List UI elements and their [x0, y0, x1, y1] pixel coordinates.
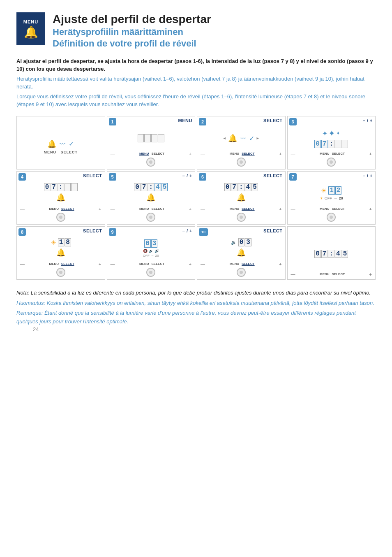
step-7-bar: — MENU SELECT + — [290, 207, 373, 211]
step-2-number: 2 — [199, 118, 206, 125]
step-8-content: ☀ 1 8 🔔 — [19, 237, 102, 260]
knob-4 — [56, 213, 65, 222]
step-2-action: SELECT — [263, 118, 282, 123]
step-10: 10 SELECT 🔉 0 3 🔔 — MENU SELECT + — [197, 226, 286, 280]
step-7-action: – / + — [363, 173, 373, 178]
note-fr: Remarque: Étant donné que la sensibilité… — [16, 309, 376, 326]
step-4-number: 4 — [18, 173, 26, 181]
step-4-display: 0 7 : — [44, 183, 78, 191]
step-5-bar: — MENU SELECT + — [110, 207, 193, 211]
knob-9 — [146, 268, 155, 277]
step-9-bar: — MENU SELECT + — [110, 262, 193, 267]
step-9-display: 0 3 — [144, 239, 157, 248]
step-8-bar: — MENU SELECT + — [19, 262, 102, 267]
step-2-content: ◄ 🔔 〰 ✓ ► — [200, 127, 283, 150]
notes-section: Nota: La sensibilidad a la luz es difere… — [16, 289, 376, 326]
step-2: 2 SELECT ◄ 🔔 〰 ✓ ► — MENU SELECT + — [197, 116, 286, 169]
step-10-bar: — MENU SELECT + — [200, 262, 283, 267]
menu-sel-1: MENU SELECT — [139, 152, 164, 155]
step-2-bar: — MENU SELECT + — [200, 151, 283, 156]
knob-5 — [146, 213, 155, 222]
bell-icon: 🔔 — [24, 27, 38, 38]
step-9: 9 – / + 0 3 🔇 🔉 🔊 OFF → 20 — MENU SELECT — [107, 226, 196, 280]
step-4-bar: — MENU SELECT + — [19, 207, 102, 211]
step-5-display: 0 7 : 4 5 — [134, 183, 168, 191]
step-final: 0 7 : 4 5 — MENU SELECT + — [287, 226, 376, 280]
step-3-action: – / + — [363, 118, 373, 123]
knob-10 — [237, 268, 246, 277]
step-7: 7 – / + ☀ 1 2 ☀ OFF → 20 — MENU SELECT — [287, 171, 376, 225]
plus-1: + — [189, 151, 191, 156]
step-6-action: SELECT — [263, 173, 282, 178]
step-10-number: 10 — [199, 228, 208, 236]
step-1: 1 MENU — MENU SELECT + — [107, 116, 196, 169]
desc-es: Al ajustar el perfil de despertar, se aj… — [16, 57, 376, 73]
step-3: 3 – / + ✦ ✦ ✦ 0 7 : — MENU SELECT + — [287, 116, 376, 169]
step-4-content: 0 7 : 🔔 — [19, 182, 102, 205]
step-6-number: 6 — [199, 173, 206, 181]
step-4: 4 SELECT 0 7 : 🔔 — MENU SELECT + — [16, 171, 105, 225]
note-fi: Huomautus: Koska ihmisten valoherkkyys o… — [16, 299, 376, 308]
menu-label: MENU — [23, 19, 38, 24]
step-10-action: SELECT — [263, 228, 282, 233]
step-3-display: 0 7 : — [314, 140, 348, 148]
step-1-display — [138, 134, 164, 142]
step-7-content: ☀ 1 2 ☀ OFF → 20 — [290, 182, 373, 205]
final-display: 0 7 : 4 5 — [314, 250, 348, 258]
title-fr: Définition de votre profil de réveil — [53, 38, 211, 50]
step-10-content: 🔉 0 3 🔔 — [200, 237, 283, 260]
step-1-content — [110, 127, 193, 150]
step-6: 6 SELECT 0 7 : 4 5 🔔 — MENU SELECT + — [197, 171, 286, 225]
step-1-bar: — MENU SELECT + — [110, 151, 193, 156]
step-8: 8 SELECT ☀ 1 8 🔔 — MENU SELECT + — [16, 226, 105, 280]
step-3-number: 3 — [289, 118, 297, 125]
step-2-row: ◄ 🔔 〰 ✓ ► — [223, 132, 260, 144]
step-4-action: SELECT — [83, 173, 102, 178]
step-5-action: – / + — [182, 173, 192, 178]
description-block: Al ajustar el perfil de despertar, se aj… — [16, 57, 376, 109]
knob-2 — [237, 158, 246, 167]
step-6-content: 0 7 : 4 5 🔔 — [200, 182, 283, 205]
step-final-content: 0 7 : 4 5 — [290, 237, 373, 270]
step-7-number: 7 — [289, 173, 297, 181]
step-intro: 🔔 〰 ✓ MENU SELECT — [16, 116, 105, 169]
step-3-content: ✦ ✦ ✦ 0 7 : — [290, 127, 373, 150]
check-icon: ✓ — [69, 140, 74, 148]
step-3-stars: ✦ ✦ ✦ — [322, 128, 340, 138]
desc-fi: Herätysprofiilia määritettäessä voit val… — [16, 75, 376, 91]
intro-labels: MENU SELECT — [44, 150, 78, 154]
step-intro-content: 🔔 〰 ✓ MENU SELECT — [19, 127, 102, 165]
step-5: 5 – / + 0 7 : 4 5 🔔 — MENU SELECT + — [107, 171, 196, 225]
minus-1: — — [111, 151, 115, 156]
title-es: Ajuste del perfil de despertar — [53, 12, 211, 26]
step-5-content: 0 7 : 4 5 🔔 — [110, 182, 193, 205]
knob-7 — [327, 213, 336, 222]
page-number: 24 — [33, 326, 392, 332]
knob-3 — [327, 158, 336, 167]
step-3-bar: — MENU SELECT + — [290, 151, 373, 156]
step-9-number: 9 — [109, 228, 116, 236]
step-8-number: 8 — [18, 228, 26, 236]
knob-1 — [146, 158, 155, 167]
steps-grid: 🔔 〰 ✓ MENU SELECT 1 MENU — MENU — [16, 116, 376, 280]
title-fi: Herätysprofiilin määrittäminen — [53, 26, 211, 38]
header-titles: Ajuste del perfil de despertar Herätyspr… — [53, 12, 211, 50]
page-header: MENU 🔔 Ajuste del perfil de despertar He… — [16, 12, 376, 50]
desc-fr: Lorsque vous définissez votre profil de … — [16, 93, 376, 109]
step-6-display: 0 7 : 4 5 — [224, 183, 258, 191]
step-9-content: 0 3 🔇 🔉 🔊 OFF → 20 — [110, 237, 193, 260]
note-es: Nota: La sensibilidad a la luz es difere… — [16, 289, 376, 297]
step-1-number: 1 — [109, 118, 116, 125]
step-6-bar: — MENU SELECT + — [200, 207, 283, 211]
knob-6 — [237, 213, 246, 222]
wave-icon: 〰 — [60, 141, 65, 147]
step-8-action: SELECT — [83, 228, 102, 233]
menu-icon-box: MENU 🔔 — [16, 12, 45, 45]
step-5-number: 5 — [109, 173, 116, 181]
final-bar: — MENU SELECT + — [290, 272, 373, 277]
step-1-action: MENU — [178, 118, 192, 123]
sun-icon-8: ☀ — [51, 239, 56, 246]
step-9-action: – / + — [182, 228, 192, 233]
sun-icon-7: ☀ — [321, 187, 327, 195]
knob-8 — [56, 268, 65, 277]
